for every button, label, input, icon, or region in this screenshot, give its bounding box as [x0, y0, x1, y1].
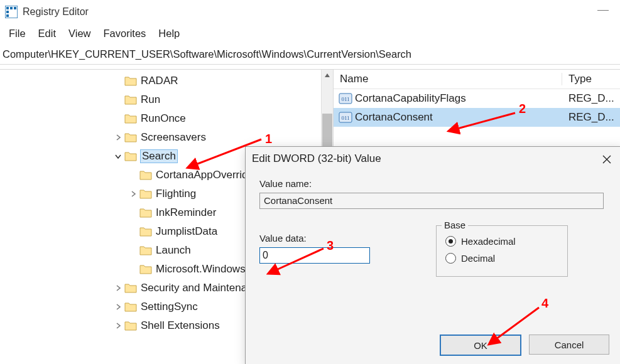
svg-text:011: 011	[341, 96, 349, 102]
folder-icon	[139, 264, 152, 274]
folder-icon	[124, 114, 137, 124]
value-row-cortanaconsent[interactable]: 011CortanaConsentREG_D...	[334, 108, 620, 127]
values-header: Name Type	[334, 70, 620, 89]
menu-file[interactable]: File	[4, 26, 31, 41]
dialog-body: Value name: CortanaConsent Value data: B…	[246, 171, 620, 364]
values-list[interactable]: 011CortanaCapabilityFlagsREG_D...011Cort…	[334, 89, 620, 127]
folder-icon	[139, 208, 152, 218]
window-title: Registry Editor	[23, 6, 89, 18]
radio-hex-label: Hexadecimal	[461, 236, 516, 247]
base-legend: Base	[442, 220, 468, 230]
folder-icon	[139, 189, 152, 199]
tree-item-screensavers[interactable]: Screensavers	[113, 128, 333, 147]
svg-text:011: 011	[341, 115, 349, 121]
value-data-label: Value data:	[259, 233, 370, 244]
dialog-title-bar[interactable]: Edit DWORD (32-bit) Value	[246, 147, 620, 171]
value-type: REG_D...	[563, 92, 620, 105]
folder-icon	[124, 302, 137, 312]
window-minimize-button[interactable]	[597, 10, 609, 11]
ok-button[interactable]: OK	[440, 335, 521, 356]
tree-item-label: Launch	[156, 244, 191, 257]
value-data-input[interactable]	[259, 247, 370, 264]
tree-item-label: Shell Extensions	[141, 319, 220, 332]
column-type[interactable]: Type	[562, 73, 620, 85]
regedit-icon	[5, 6, 18, 18]
tree-item-label: JumplistData	[156, 225, 217, 238]
title-bar: Registry Editor	[0, 0, 620, 24]
edit-dword-dialog: Edit DWORD (32-bit) Value Value name: Co…	[245, 146, 620, 364]
tree-item-label: Flighting	[156, 188, 196, 200]
dialog-close-button[interactable]	[599, 152, 614, 167]
folder-icon	[139, 227, 152, 237]
tree-item-label: CortanaAppOverride	[156, 169, 254, 181]
scroll-up-icon[interactable]	[322, 70, 333, 81]
radio-decimal[interactable]: Decimal	[445, 253, 557, 264]
menu-edit[interactable]: Edit	[33, 26, 61, 41]
value-row-cortanacapabilityflags[interactable]: 011CortanaCapabilityFlagsREG_D...	[334, 89, 620, 108]
column-name[interactable]: Name	[334, 73, 562, 85]
tree-item-run[interactable]: Run	[113, 90, 333, 109]
menu-help[interactable]: Help	[153, 26, 185, 41]
svg-rect-3	[14, 7, 16, 9]
value-type: REG_D...	[563, 111, 620, 124]
menu-favorites[interactable]: Favorites	[99, 26, 151, 41]
radio-dec-circle	[445, 253, 456, 264]
chevron-down-icon[interactable]	[113, 152, 123, 161]
svg-rect-5	[6, 14, 9, 17]
chevron-right-icon[interactable]	[113, 302, 123, 312]
value-name-label: Value name:	[259, 178, 609, 189]
address-path: Computer\HKEY_CURRENT_USER\Software\Micr…	[3, 48, 411, 60]
folder-icon	[124, 76, 137, 86]
chevron-right-icon[interactable]	[113, 284, 123, 293]
folder-icon	[124, 132, 137, 142]
svg-rect-1	[6, 7, 9, 9]
tree-item-radar[interactable]: RADAR	[113, 72, 333, 90]
dialog-title: Edit DWORD (32-bit) Value	[252, 153, 381, 165]
value-name-field: CortanaConsent	[259, 193, 604, 209]
chevron-right-icon[interactable]	[128, 190, 138, 199]
cancel-button[interactable]: Cancel	[529, 335, 609, 355]
folder-icon	[124, 283, 137, 293]
dword-icon: 011	[339, 92, 352, 105]
tree-item-label: Microsoft.Windows	[156, 263, 246, 276]
tree-item-label: InkReminder	[156, 206, 216, 219]
folder-icon	[139, 170, 152, 180]
menu-view[interactable]: View	[63, 26, 95, 41]
tree-item-label: Run	[141, 94, 160, 106]
tree-item-label: SettingSync	[141, 301, 198, 313]
radio-hexadecimal[interactable]: Hexadecimal	[445, 236, 557, 247]
value-name: CortanaCapabilityFlags	[355, 92, 563, 105]
chevron-right-icon[interactable]	[113, 133, 123, 142]
folder-icon	[124, 151, 137, 161]
radio-dec-label: Decimal	[461, 253, 495, 264]
svg-rect-2	[10, 7, 13, 9]
radio-hex-circle	[445, 236, 456, 247]
svg-rect-4	[6, 11, 9, 13]
tree-item-label: Screensavers	[141, 131, 206, 144]
dword-icon: 011	[339, 110, 352, 124]
value-name: CortanaConsent	[355, 111, 563, 124]
folder-icon	[124, 321, 137, 331]
folder-icon	[139, 245, 152, 255]
menu-bar: File Edit View Favorites Help	[0, 24, 620, 46]
address-bar[interactable]: Computer\HKEY_CURRENT_USER\Software\Micr…	[0, 46, 620, 65]
folder-icon	[124, 95, 137, 105]
tree-item-label: RADAR	[141, 75, 178, 87]
tree-item-label: Search	[141, 150, 177, 163]
tree-item-runonce[interactable]: RunOnce	[113, 109, 333, 128]
tree-item-label: RunOnce	[141, 112, 186, 125]
chevron-right-icon[interactable]	[113, 321, 123, 331]
dialog-buttons: OK Cancel	[440, 335, 609, 356]
base-fieldset: Base Hexadecimal Decimal	[436, 225, 568, 277]
